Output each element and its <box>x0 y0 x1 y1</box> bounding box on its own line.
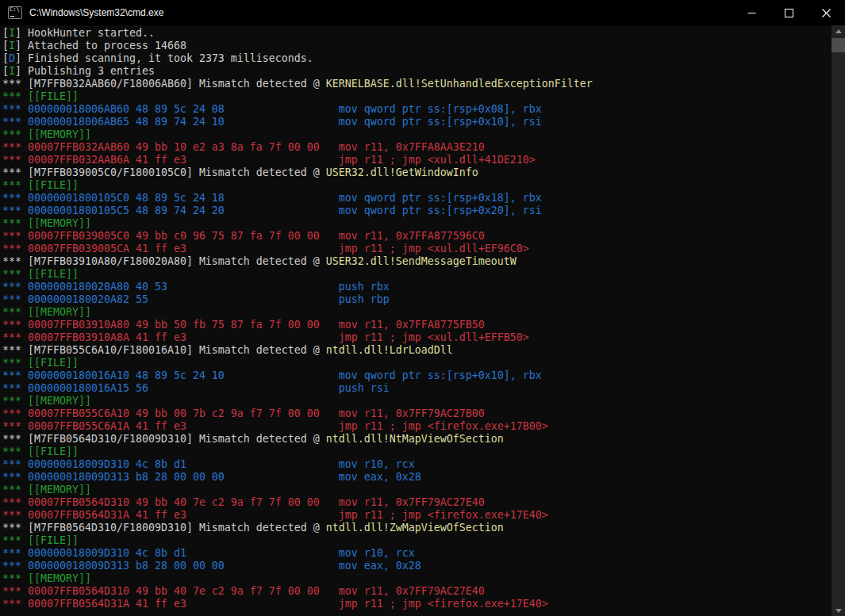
minimize-icon <box>747 9 756 17</box>
scroll-up-button[interactable] <box>832 25 845 36</box>
console-line: *** [[FILE]] <box>2 534 832 547</box>
minimize-button[interactable] <box>733 0 770 25</box>
console-line: *** 0000000180020A80 40 53push rbx <box>2 281 832 293</box>
scroll-down-icon <box>835 609 842 613</box>
console-line: *** [[FILE]] <box>2 90 832 103</box>
scroll-up-icon <box>835 29 842 33</box>
console-line: *** [[FILE]] <box>2 357 832 369</box>
vertical-scrollbar[interactable] <box>832 25 845 616</box>
console-line: *** [[FILE]] <box>2 446 832 458</box>
console-line: *** 00000001800105C0 48 89 5c 24 18mov q… <box>2 192 832 205</box>
console-output: [I] HookHunter started..[I] Attached to … <box>0 25 832 616</box>
console-line: *** [[FILE]] <box>2 268 832 281</box>
maximize-icon <box>785 9 793 17</box>
console-line: *** [[MEMORY]] <box>2 572 832 585</box>
console-line: *** 00007FFB032AAB6A 41 ff e3jmp r11 ; j… <box>2 154 832 166</box>
console-line: *** 000000018006AB60 48 89 5c 24 08mov q… <box>2 103 832 116</box>
console-line: [I] HookHunter started.. <box>2 27 832 40</box>
close-button[interactable] <box>808 0 845 25</box>
console-line: *** 00007FFB055C6A1A 41 ff e3jmp r11 ; j… <box>2 420 832 433</box>
scroll-down-button[interactable] <box>832 605 845 616</box>
console-line: *** [M7FFB03910A80/F180020A80] Mismatch … <box>2 255 832 268</box>
console-line: *** 00007FFB055C6A10 49 bb 00 7b c2 9a f… <box>2 407 832 420</box>
console-line: *** [M7FFB055C6A10/F180016A10] Mismatch … <box>2 344 832 357</box>
console-line: *** 000000018009D313 b8 28 00 00 00mov e… <box>2 560 832 572</box>
console-line: *** [[MEMORY]] <box>2 306 832 319</box>
console-line: *** 00007FFB039005C0 49 bb c0 96 75 87 f… <box>2 230 832 243</box>
console-line: *** 000000018006AB65 48 89 74 24 10mov q… <box>2 116 832 128</box>
console-line: *** [[FILE]] <box>2 179 832 192</box>
maximize-button[interactable] <box>770 0 808 25</box>
console-line: *** 000000018009D310 4c 8b d1mov r10, rc… <box>2 458 832 471</box>
console-line: *** 00007FFB0564D31A 41 ff e3jmp r11 ; j… <box>2 598 832 610</box>
console-line: *** 0000000180016A10 48 89 5c 24 10mov q… <box>2 369 832 382</box>
console-line: *** 000000018009D313 b8 28 00 00 00mov e… <box>2 471 832 484</box>
console-line: [I] Attached to process 14668 <box>2 40 832 52</box>
console-line: *** 00007FFB0564D310 49 bb 40 7e c2 9a f… <box>2 496 832 509</box>
console-line: *** 00000001800105C5 48 89 74 24 20mov q… <box>2 205 832 217</box>
console-line: [D] Finished scanning, it took 2373 mill… <box>2 52 832 65</box>
console-line: *** [M7FFB0564D310/F18009D310] Mismatch … <box>2 433 832 446</box>
title-bar[interactable]: C:\ C:\Windows\System32\cmd.exe <box>0 0 845 25</box>
console-line: *** [[MEMORY]] <box>2 128 832 141</box>
console-line: *** 00007FFB03910A80 49 bb 50 fb 75 87 f… <box>2 319 832 331</box>
window-controls <box>733 0 845 25</box>
console-line: *** [M7FFB039005C0/F1800105C0] Mismatch … <box>2 166 832 179</box>
console-line: *** 00007FFB0564D31A 41 ff e3jmp r11 ; j… <box>2 509 832 522</box>
console-line: [I] Publishing 3 entries <box>2 65 832 78</box>
console-line: *** 00007FFB032AAB60 49 bb 10 e2 a3 8a f… <box>2 141 832 154</box>
console-line: *** 00007FFB0564D310 49 bb 40 7e c2 9a f… <box>2 585 832 598</box>
cmd-prompt-icon: C:\ <box>8 6 22 19</box>
console-line: *** 0000000180016A15 56push rsi <box>2 382 832 395</box>
console-line: *** 000000018009D310 4c 8b d1mov r10, rc… <box>2 547 832 560</box>
console-line: *** [M7FFB032AAB60/F18006AB60] Mismatch … <box>2 78 832 90</box>
scrollbar-thumb[interactable] <box>832 38 845 52</box>
console-line: *** [[MEMORY]] <box>2 484 832 496</box>
close-icon <box>822 9 831 17</box>
window-title: C:\Windows\System32\cmd.exe <box>29 7 163 18</box>
console-line: *** [[MEMORY]] <box>2 395 832 407</box>
console-line: *** 00007FFB039005CA 41 ff e3jmp r11 ; j… <box>2 243 832 255</box>
console-line: *** [M7FFB0564D310/F18009D310] Mismatch … <box>2 522 832 534</box>
console-line: *** [[MEMORY]] <box>2 217 832 230</box>
console-line: *** 0000000180020A82 55push rbp <box>2 293 832 306</box>
console-line: *** 00007FFB03910A8A 41 ff e3jmp r11 ; j… <box>2 331 832 344</box>
